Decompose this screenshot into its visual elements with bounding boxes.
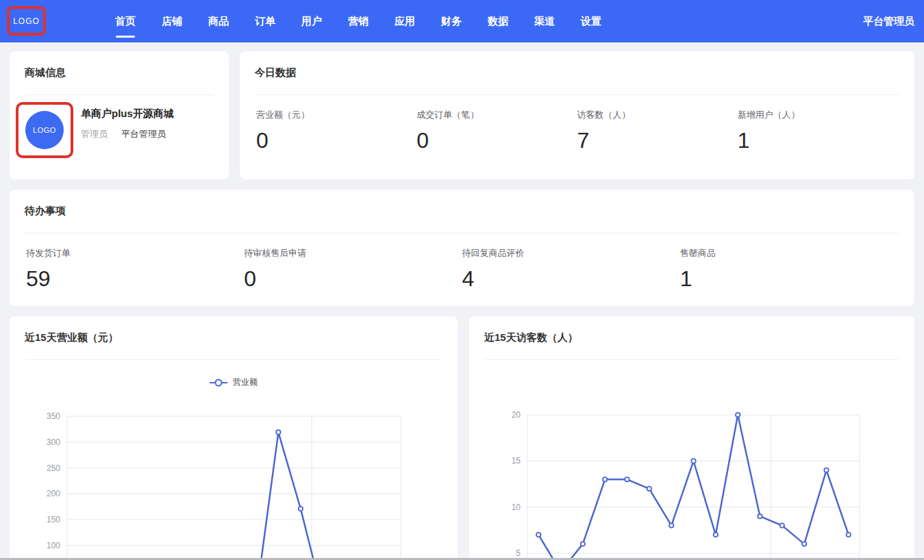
annotation-highlight-mall-logo: LOGO (16, 102, 73, 158)
role-value: 平台管理员 (121, 128, 166, 140)
legend-line-icon (210, 379, 227, 387)
navbar-tab-9[interactable]: 渠道 (534, 0, 555, 42)
stat-new-users: 新增用户（人） 1 (738, 109, 898, 153)
stat-label: 售罄商品 (680, 247, 898, 259)
stat-visitors: 访客数（人） 7 (577, 109, 738, 153)
stat-value: 0 (244, 266, 462, 291)
stat-value: 4 (462, 266, 680, 291)
svg-text:20: 20 (512, 410, 521, 420)
todo-title: 待办事项 (25, 190, 899, 233)
svg-text:5: 5 (516, 548, 521, 558)
stat-revenue: 营业额（元） 0 (256, 109, 416, 153)
annotation-highlight-navbar-logo: LOGO (7, 6, 46, 36)
svg-text:350: 350 (47, 411, 60, 421)
stat-pending-shipments: 待发货订单 59 (26, 247, 244, 291)
role-label: 管理员 (81, 128, 108, 140)
revenue-chart-legend[interactable]: 营业额 (10, 377, 458, 388)
mall-roles: 管理员 平台管理员 (81, 128, 166, 140)
stat-value: 0 (256, 128, 416, 153)
stat-label: 待审核售后申请 (244, 247, 462, 259)
stat-label: 成交订单（笔） (416, 109, 577, 121)
svg-text:200: 200 (47, 489, 60, 498)
mall-info-body: LOGO 单商户plus开源商城 管理员 平台管理员 (10, 95, 229, 177)
today-data-title: 今日数据 (255, 51, 899, 95)
visitors-chart-card: 近15天访客数（人） 2015105 (469, 316, 914, 560)
stat-label: 访客数（人） (577, 109, 738, 121)
stat-pending-aftersale: 待审核售后申请 0 (244, 247, 462, 291)
navbar-tab-2[interactable]: 商品 (208, 0, 229, 42)
mall-logo-avatar[interactable]: LOGO (25, 111, 64, 149)
mall-name: 单商户plus开源商城 (81, 107, 174, 120)
navbar-tab-0[interactable]: 首页 (115, 0, 136, 42)
mall-info-card: 商城信息 LOGO 单商户plus开源商城 管理员 平台管理员 (10, 51, 229, 179)
todo-stats: 待发货订单 59 待审核售后申请 0 待回复商品评价 4 售罄商品 1 (10, 233, 914, 291)
stat-soldout-products: 售罄商品 1 (680, 247, 898, 291)
today-stats: 营业额（元） 0 成交订单（笔） 0 访客数（人） 7 新增用户（人） 1 (240, 95, 914, 153)
svg-text:15: 15 (512, 456, 521, 466)
navbar-tab-5[interactable]: 营销 (348, 0, 369, 42)
stat-label: 待回复商品评价 (462, 247, 680, 259)
stat-value: 59 (26, 266, 244, 291)
stat-value: 1 (680, 266, 898, 291)
stat-pending-reviews: 待回复商品评价 4 (462, 247, 680, 291)
navbar-tab-10[interactable]: 设置 (581, 0, 601, 42)
stat-value: 7 (577, 128, 738, 153)
svg-text:300: 300 (47, 437, 60, 447)
legend-label: 营业额 (233, 377, 258, 388)
navbar-tab-1[interactable]: 店铺 (162, 0, 182, 42)
navbar-logo[interactable]: LOGO (13, 16, 40, 26)
navbar-tab-8[interactable]: 数据 (488, 0, 508, 42)
navbar: LOGO 首页店铺商品订单用户营销应用财务数据渠道设置 平台管理员 (0, 0, 924, 42)
stat-value: 0 (416, 128, 577, 153)
navbar-tab-4[interactable]: 用户 (301, 0, 322, 42)
mall-logo-avatar-text: LOGO (33, 126, 56, 134)
navbar-tab-3[interactable]: 订单 (255, 0, 275, 42)
svg-text:100: 100 (47, 541, 60, 550)
mall-info-title: 商城信息 (25, 51, 214, 95)
stat-label: 营业额（元） (256, 109, 416, 121)
navbar-user-menu[interactable]: 平台管理员 (863, 0, 914, 42)
navbar-tabs: 首页店铺商品订单用户营销应用财务数据渠道设置 (115, 0, 601, 42)
stat-value: 1 (738, 128, 898, 153)
today-data-card: 今日数据 营业额（元） 0 成交订单（笔） 0 访客数（人） 7 新增用户（人）… (240, 51, 914, 179)
svg-text:150: 150 (47, 515, 60, 524)
navbar-tab-6[interactable]: 应用 (395, 0, 415, 42)
stat-orders: 成交订单（笔） 0 (416, 109, 577, 153)
todo-card: 待办事项 待发货订单 59 待审核售后申请 0 待回复商品评价 4 售罄商品 1 (10, 190, 914, 306)
stat-label: 待发货订单 (26, 247, 244, 259)
navbar-tab-7[interactable]: 财务 (441, 0, 462, 42)
visitors-line-chart[interactable]: 2015105 (469, 316, 914, 560)
stat-label: 新增用户（人） (738, 109, 898, 121)
svg-text:250: 250 (47, 463, 60, 473)
revenue-chart-card: 近15天营业额（元） 营业额 350300250200150100 (10, 316, 458, 560)
svg-text:10: 10 (512, 502, 521, 512)
revenue-line-chart[interactable]: 350300250200150100 (10, 316, 458, 560)
